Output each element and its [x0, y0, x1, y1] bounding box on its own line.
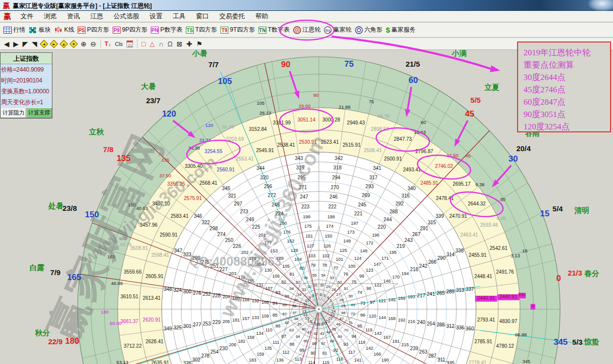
svg-text:15: 15: [540, 209, 550, 218]
svg-text:182: 182: [238, 339, 245, 344]
svg-text:159: 159: [257, 352, 264, 357]
toolbar-P数字表[interactable]: PNP数字表: [151, 26, 182, 34]
drawtool-13[interactable]: 21: [127, 39, 133, 49]
toolbar-六角形[interactable]: 六角形: [355, 26, 383, 34]
svg-text:278: 278: [201, 353, 210, 359]
toolbar-9P四方形[interactable]: P99P四方形: [113, 26, 147, 34]
drawtool-18[interactable]: Ω: [168, 39, 173, 49]
svg-text:276: 276: [193, 290, 201, 296]
drawtool-9[interactable]: ⊖: [90, 39, 96, 49]
svg-text:267: 267: [412, 232, 421, 237]
svg-text:118: 118: [358, 340, 365, 345]
menu-4[interactable]: 公式选股: [108, 12, 144, 21]
menu-8[interactable]: 交易委托: [214, 12, 250, 21]
svg-text:217: 217: [417, 293, 426, 298]
toolbar-赢家服务[interactable]: $赢家服务: [386, 26, 415, 34]
drawtool-0[interactable]: ◀: [4, 39, 9, 49]
calc-support-button[interactable]: 计算支撑: [26, 108, 52, 118]
svg-text:230: 230: [219, 346, 228, 351]
drawtool-6[interactable]: ▲: [61, 39, 67, 49]
drawtool-21[interactable]: ⚑: [196, 39, 203, 49]
svg-text:5/4: 5/4: [553, 204, 564, 213]
svg-text:136: 136: [276, 358, 284, 363]
drawtool-12[interactable]: Cls: [115, 39, 123, 49]
svg-text:5/5: 5/5: [471, 96, 481, 104]
svg-text:2644.32: 2644.32: [468, 201, 486, 206]
svg-text:3051.14: 3051.14: [298, 117, 316, 122]
toolbar-T数字表[interactable]: TNT数字表: [259, 26, 290, 34]
menu-1[interactable]: 浏览: [39, 12, 62, 21]
svg-text:7/9: 7/9: [50, 268, 61, 277]
info-panel: 上证指数 价格=2440.9099 时间=20190104 变换系数=1.000…: [0, 52, 52, 119]
toolbar-板块[interactable]: 板块: [29, 26, 50, 34]
menu-7[interactable]: 窗口: [191, 12, 214, 21]
svg-text:立夏: 立夏: [484, 83, 499, 91]
svg-text:346: 346: [194, 213, 202, 219]
svg-text:67: 67: [321, 341, 326, 346]
drawtool-7[interactable]: ▼: [71, 39, 77, 49]
toolbar-行情[interactable]: 行情: [3, 26, 25, 34]
drawtool-11[interactable]: T↓: [105, 39, 111, 49]
svg-text:20/4: 20/4: [516, 144, 531, 153]
svg-text:96: 96: [360, 313, 365, 318]
svg-text:3.13: 3.13: [511, 253, 520, 258]
svg-text:60: 60: [421, 120, 426, 125]
svg-text:春分: 春分: [584, 269, 599, 278]
svg-text:65: 65: [304, 339, 308, 343]
drawtool-8[interactable]: ⊕: [81, 39, 87, 49]
drawtool-20[interactable]: ✚: [186, 39, 192, 49]
svg-text:134: 134: [256, 331, 263, 336]
svg-text:157: 157: [242, 316, 250, 321]
toolbar-K线[interactable]: K线: [54, 26, 74, 34]
svg-text:49: 49: [351, 303, 355, 307]
svg-text:121: 121: [379, 298, 386, 303]
svg-text:106: 106: [272, 274, 280, 279]
svg-text:45: 45: [465, 109, 475, 119]
toolbar-江恩轮[interactable]: 江恩轮: [293, 26, 321, 34]
svg-text:277: 277: [193, 322, 201, 327]
svg-text:168: 168: [388, 316, 395, 321]
menu-0[interactable]: 文件: [15, 12, 39, 21]
menu-9[interactable]: 帮助: [250, 12, 273, 21]
svg-text:22/9: 22/9: [48, 337, 62, 346]
svg-text:111: 111: [272, 340, 279, 345]
menu-6[interactable]: 工具: [168, 12, 191, 21]
toolbar-9T四方形[interactable]: T99T四方形: [220, 26, 255, 34]
svg-text:2568.41: 2568.41: [199, 180, 218, 186]
svg-text:240: 240: [417, 320, 426, 325]
PS-icon: PS: [78, 27, 86, 34]
svg-text:105: 105: [218, 77, 232, 86]
drawtool-15[interactable]: □: [141, 39, 145, 49]
menu-2[interactable]: 资讯: [62, 12, 85, 21]
svg-text:180: 180: [65, 336, 79, 346]
svg-text:秋分: 秋分: [35, 328, 50, 337]
toolbar-P四方形[interactable]: PSP四方形: [78, 26, 109, 34]
menu-3[interactable]: 江恩: [85, 12, 108, 21]
svg-text:0: 0: [556, 274, 561, 283]
toolbar-赢家轮[interactable]: Big赢家轮: [324, 26, 351, 34]
svg-text:56: 56: [304, 276, 308, 280]
calc-resistance-button[interactable]: 计算阻力: [0, 108, 26, 118]
svg-text:28.13: 28.13: [260, 110, 271, 116]
svg-text:52: 52: [338, 280, 342, 284]
toolbar-T四方形[interactable]: TST四方形: [186, 26, 217, 34]
drawtool-1[interactable]: ▶: [13, 39, 19, 49]
drawtool-19[interactable]: ⊠: [176, 39, 182, 49]
menu-5[interactable]: 设置: [144, 12, 168, 21]
svg-text:53.13: 53.13: [117, 360, 129, 364]
drawtool-16[interactable]: △: [150, 39, 155, 49]
drawtool-4[interactable]: ◄: [41, 39, 47, 49]
drawtool-5[interactable]: ►: [51, 39, 57, 49]
svg-text:2538.41: 2538.41: [277, 142, 296, 148]
annotation-box: 2019年江恩轮中轮 重要点位测算 30度2644点 45度2746点 60度2…: [517, 41, 611, 132]
svg-text:141: 141: [354, 358, 361, 363]
svg-text:151: 151: [306, 234, 313, 239]
drawtool-3[interactable]: ◥: [32, 39, 37, 49]
svg-text:89: 89: [300, 348, 305, 353]
svg-text:55: 55: [312, 273, 316, 278]
drawtool-2[interactable]: ◤: [23, 39, 28, 49]
svg-text:4830.97: 4830.97: [499, 319, 518, 324]
drawtool-17[interactable]: ∩: [159, 39, 164, 49]
svg-text:252: 252: [203, 291, 211, 297]
svg-text:2485.91: 2485.91: [420, 180, 438, 186]
